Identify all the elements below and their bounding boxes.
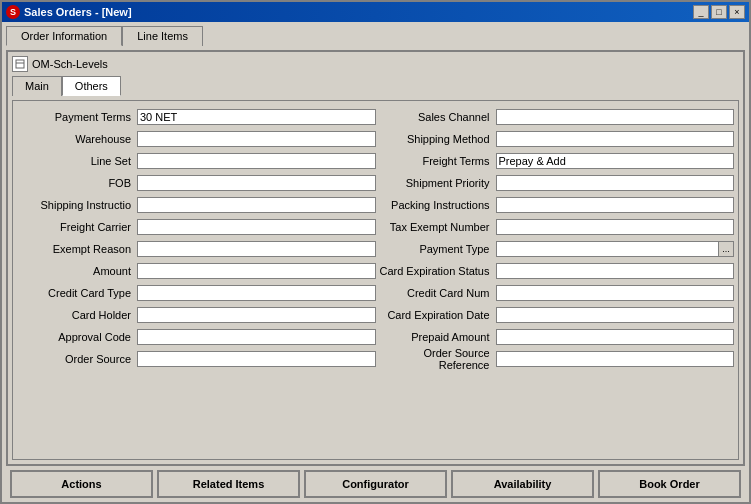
credit-card-type-label: Credit Card Type: [17, 287, 137, 299]
tax-exempt-number-input[interactable]: [496, 219, 735, 235]
freight-carrier-input[interactable]: [137, 219, 376, 235]
prepaid-amount-label: Prepaid Amount: [376, 331, 496, 343]
title-controls[interactable]: _ □ ×: [693, 5, 745, 19]
packing-instructions-input[interactable]: [496, 197, 735, 213]
freight-terms-label: Freight Terms: [376, 155, 496, 167]
field-row: Order Source Reference: [376, 349, 735, 369]
payment-type-browse-button[interactable]: ...: [718, 241, 734, 257]
payment-type-field: ...: [496, 241, 735, 257]
prepaid-amount-input[interactable]: [496, 329, 735, 345]
field-row: Approval Code: [17, 327, 376, 347]
field-row: Payment Type ...: [376, 239, 735, 259]
minimize-button[interactable]: _: [693, 5, 709, 19]
field-row: FOB: [17, 173, 376, 193]
availability-button[interactable]: Availability: [451, 470, 594, 498]
card-expiration-date-input[interactable]: [496, 307, 735, 323]
title-bar-left: S Sales Orders - [New]: [6, 5, 132, 19]
field-row: Shipping Instructio: [17, 195, 376, 215]
freight-terms-input[interactable]: [496, 153, 735, 169]
title-bar: S Sales Orders - [New] _ □ ×: [2, 2, 749, 22]
tab-order-information[interactable]: Order Information: [6, 26, 122, 46]
card-expiration-date-label: Card Expiration Date: [376, 309, 496, 321]
shipment-priority-label: Shipment Priority: [376, 177, 496, 189]
approval-code-input[interactable]: [137, 329, 376, 345]
field-row: Packing Instructions: [376, 195, 735, 215]
order-source-reference-label: Order Source Reference: [376, 347, 496, 371]
shipping-method-label: Shipping Method: [376, 133, 496, 145]
fields-area: Payment Terms Warehouse Line Set FOB: [12, 100, 739, 460]
payment-terms-input[interactable]: [137, 109, 376, 125]
field-row: Freight Carrier: [17, 217, 376, 237]
field-row: Payment Terms: [17, 107, 376, 127]
fob-input[interactable]: [137, 175, 376, 191]
form-container: OM-Sch-Levels Main Others Payment Terms: [6, 50, 745, 466]
left-column: Payment Terms Warehouse Line Set FOB: [17, 107, 376, 453]
warehouse-label: Warehouse: [17, 133, 137, 145]
field-row: Card Holder: [17, 305, 376, 325]
shipping-instructions-input[interactable]: [137, 197, 376, 213]
field-row: Tax Exempt Number: [376, 217, 735, 237]
breadcrumb-text: OM-Sch-Levels: [32, 58, 108, 70]
card-holder-label: Card Holder: [17, 309, 137, 321]
sub-tabs: Main Others: [12, 76, 739, 96]
sales-channel-label: Sales Channel: [376, 111, 496, 123]
credit-card-type-input[interactable]: [137, 285, 376, 301]
tab-line-items[interactable]: Line Items: [122, 26, 203, 46]
field-row: Order Source: [17, 349, 376, 369]
shipping-instructions-label: Shipping Instructio: [17, 199, 137, 211]
field-row: Warehouse: [17, 129, 376, 149]
bottom-bar: Actions Related Items Configurator Avail…: [6, 466, 745, 498]
field-row: Credit Card Type: [17, 283, 376, 303]
sales-channel-input[interactable]: [496, 109, 735, 125]
tab-main[interactable]: Main: [12, 76, 62, 96]
main-window: S Sales Orders - [New] _ □ × Order Infor…: [0, 0, 751, 504]
field-row: Card Expiration Status: [376, 261, 735, 281]
configurator-button[interactable]: Configurator: [304, 470, 447, 498]
order-source-input[interactable]: [137, 351, 376, 367]
payment-type-label: Payment Type: [376, 243, 496, 255]
breadcrumb-icon: [12, 56, 28, 72]
field-row: Exempt Reason: [17, 239, 376, 259]
tax-exempt-number-label: Tax Exempt Number: [376, 221, 496, 233]
field-row: Credit Card Num: [376, 283, 735, 303]
order-source-label: Order Source: [17, 353, 137, 365]
main-content: Order Information Line Items OM-Sch-Leve…: [2, 22, 749, 502]
approval-code-label: Approval Code: [17, 331, 137, 343]
card-expiration-status-input[interactable]: [496, 263, 735, 279]
shipment-priority-input[interactable]: [496, 175, 735, 191]
field-row: Amount: [17, 261, 376, 281]
maximize-button[interactable]: □: [711, 5, 727, 19]
related-items-button[interactable]: Related Items: [157, 470, 300, 498]
exempt-reason-label: Exempt Reason: [17, 243, 137, 255]
credit-card-num-input[interactable]: [496, 285, 735, 301]
tab-others[interactable]: Others: [62, 76, 121, 96]
amount-input[interactable]: [137, 263, 376, 279]
order-source-reference-input[interactable]: [496, 351, 735, 367]
field-row: Shipment Priority: [376, 173, 735, 193]
breadcrumb-bar: OM-Sch-Levels: [12, 56, 739, 72]
line-set-label: Line Set: [17, 155, 137, 167]
shipping-method-input[interactable]: [496, 131, 735, 147]
freight-carrier-label: Freight Carrier: [17, 221, 137, 233]
warehouse-input[interactable]: [137, 131, 376, 147]
close-button[interactable]: ×: [729, 5, 745, 19]
payment-terms-label: Payment Terms: [17, 111, 137, 123]
svg-rect-0: [16, 60, 24, 68]
field-row: Line Set: [17, 151, 376, 171]
field-row: Prepaid Amount: [376, 327, 735, 347]
card-holder-input[interactable]: [137, 307, 376, 323]
window-title: Sales Orders - [New]: [24, 6, 132, 18]
line-set-input[interactable]: [137, 153, 376, 169]
fob-label: FOB: [17, 177, 137, 189]
card-expiration-status-label: Card Expiration Status: [376, 265, 496, 277]
credit-card-num-label: Credit Card Num: [376, 287, 496, 299]
book-order-button[interactable]: Book Order: [598, 470, 741, 498]
actions-button[interactable]: Actions: [10, 470, 153, 498]
app-icon: S: [6, 5, 20, 19]
field-row: Shipping Method: [376, 129, 735, 149]
exempt-reason-input[interactable]: [137, 241, 376, 257]
payment-type-input[interactable]: [496, 241, 719, 257]
amount-label: Amount: [17, 265, 137, 277]
field-row: Card Expiration Date: [376, 305, 735, 325]
field-row: Freight Terms: [376, 151, 735, 171]
